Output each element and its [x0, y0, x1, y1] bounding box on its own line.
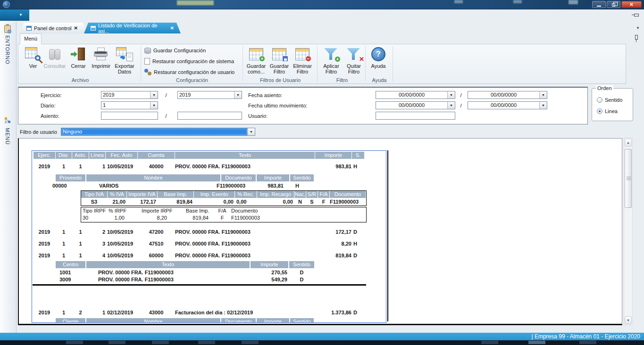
dropdown-arrow-icon[interactable]: ▼	[447, 102, 455, 109]
consultar-button[interactable]: Consultar	[43, 46, 67, 76]
ver-icon	[25, 46, 41, 63]
range-separator: /	[163, 91, 169, 99]
dropdown-arrow-icon[interactable]: ▼	[150, 102, 158, 109]
tab-panel-de-control[interactable]: Panel de control ✕	[20, 23, 87, 33]
dropdown-arrow-icon[interactable]: ▼	[539, 91, 547, 99]
eliminar-filtro-button[interactable]: − Eliminar Filtro	[291, 46, 314, 76]
help-icon: ?	[371, 46, 385, 63]
group-label-filtros-usuario: Filtros de Usuario	[244, 77, 316, 83]
dock-pin-icon[interactable]	[634, 14, 639, 16]
up-arrow-icon: ▲	[627, 141, 630, 144]
iva-header-row: Tipo IVA% IVA Importe IVABase Imp. Imp. …	[81, 191, 366, 198]
scroll-down-button[interactable]: ▼	[625, 316, 632, 324]
section-divider	[33, 284, 366, 286]
fecha-asiento-label: Fecha asiento:	[248, 91, 282, 99]
orden-option-linea[interactable]: Linea	[597, 108, 618, 115]
diario-select[interactable]: 1 ▼	[101, 101, 158, 109]
quitar-filtro-button[interactable]: ✕ Quitar Filtro	[342, 46, 366, 76]
asiento-to-input[interactable]	[177, 112, 242, 120]
dropdown-arrow-icon[interactable]: ▼	[150, 91, 158, 99]
minimize-button[interactable]	[592, 1, 606, 8]
ver-button[interactable]: Ver	[21, 46, 45, 76]
asiento-from-input[interactable]	[101, 112, 158, 120]
titlebar-artifact	[569, 0, 578, 4]
restaurar-config-usuario-button[interactable]: Restaurar configuración de usuario	[144, 68, 234, 76]
radio-icon[interactable]	[597, 108, 602, 114]
close-tab-icon[interactable]: ✕	[74, 25, 78, 31]
scrollbar-thumb[interactable]	[625, 149, 632, 208]
guardar-filtro-button[interactable]: Guardar Filtro	[268, 46, 291, 76]
dropdown-arrow-icon[interactable]: ▼	[247, 128, 255, 135]
guardar-configuracion-button[interactable]: Guardar Configuración	[144, 47, 206, 54]
taskbar-item	[109, 341, 125, 344]
cerrar-button[interactable]: Cerrar	[67, 46, 90, 76]
group-label-configuracion: Configuración	[142, 77, 242, 83]
irpf-header-row: Tipo IRPF% IRPF Importe IRPF Base Imp. F…	[81, 207, 366, 214]
funnel-add-icon: +	[324, 46, 338, 63]
taskbar-item	[481, 341, 498, 344]
iva-row: S321,00 172,17819,84 0,000,00 0,00N SF F…	[81, 198, 366, 205]
fecha-ultimo-from-select[interactable]: 00/00/0000 ▼	[376, 101, 455, 109]
menu-org-icon	[4, 117, 11, 124]
restore-button[interactable]	[607, 1, 620, 8]
taskbar-item	[152, 341, 169, 344]
radio-icon[interactable]	[597, 97, 602, 103]
table-row: 20191 13 10/05/201947510 PROV. 00000 FRA…	[33, 241, 365, 247]
dropdown-arrow-icon[interactable]: ▼	[539, 102, 547, 109]
entorno-clipboard-icon	[4, 25, 11, 33]
ribbon-tab-menu[interactable]: Menú	[20, 33, 42, 44]
exportar-datos-button[interactable]: Exportar Datos	[113, 46, 136, 76]
imprimir-button[interactable]: Imprimir	[89, 46, 113, 76]
scroll-up-button[interactable]: ▲	[625, 139, 632, 147]
group-label-filtro: Filtro	[319, 77, 365, 83]
document-tabstrip: Panel de control ✕ Listado de Verificaci…	[17, 22, 644, 33]
group-label-ayuda: Ayuda	[367, 77, 392, 83]
irpf-subtable: Tipo IRPF% IRPF Importe IRPF Base Imp. F…	[81, 207, 367, 222]
orden-option-sentido[interactable]: Sentido	[597, 97, 622, 103]
fecha-asiento-to-select[interactable]: 00/00/0000 ▼	[468, 91, 547, 99]
table-remove-icon: −	[295, 46, 309, 63]
ribbon-pin-icon[interactable]	[635, 35, 638, 40]
report-area: Ejerc.Diar. Asto.Línea Fec. AstoCuenta T…	[18, 138, 622, 325]
range-separator: /	[458, 91, 464, 99]
binoculars-icon	[49, 46, 61, 63]
tab-listado-verificacion[interactable]: Listado de Verificacion de asi... ✕	[84, 23, 181, 33]
asiento-label: Asiento:	[41, 112, 59, 120]
filter-panel: Ejercicio: 2019 ▼ / 2019 ▼ Diario: 1 ▼ A…	[18, 87, 588, 124]
restaurar-config-sistema-button[interactable]: Restaurar configuración de sistema	[144, 58, 234, 65]
users-icon	[144, 69, 151, 75]
guardar-como-button[interactable]: + Guardar como...	[244, 46, 268, 76]
window-controls: ✕	[592, 1, 642, 8]
fecha-ultimo-to-select[interactable]: 00/00/0000 ▼	[468, 101, 547, 109]
fecha-asiento-from-select[interactable]: 00/00/0000 ▼	[376, 91, 455, 99]
tabstrip-overflow-icon[interactable]: ▼	[636, 26, 640, 30]
close-button[interactable]: ✕	[621, 1, 642, 8]
quick-access-toolbar[interactable]: ▼	[0, 9, 29, 21]
status-bar: | Empresa 99 - Almacén 01 - Ejercicio 20…	[0, 333, 644, 340]
ayuda-button[interactable]: ? Ayuda	[367, 46, 390, 76]
document-restore-icon	[144, 58, 150, 65]
orden-legend: Orden	[596, 85, 613, 91]
sidebar-item-entorno[interactable]: ENTORNO	[5, 35, 10, 65]
ejercicio-label: Ejercicio:	[41, 91, 62, 99]
aplicar-filtro-button[interactable]: + Aplicar Filtro	[319, 46, 343, 76]
filtro-usuario-select[interactable]: Ninguno ▼	[61, 128, 255, 136]
restore-icon	[612, 3, 615, 7]
sidebar: ENTORNO MENÚ	[0, 21, 17, 333]
irpf-row: 301,00 8,20 819,84 FF119000003	[81, 214, 366, 222]
close-tab-icon[interactable]: ✕	[170, 25, 174, 31]
table-row: 20191 14 10/05/201960000 PROV. 00000 FRA…	[33, 253, 365, 259]
ejercicio-from-select[interactable]: 2019 ▼	[101, 91, 158, 99]
vertical-scrollbar[interactable]: ▲ ▼	[624, 138, 633, 325]
titlebar-artifact	[513, 0, 522, 3]
group-divider	[243, 46, 243, 82]
usuario-input[interactable]	[376, 112, 455, 120]
ejercicio-to-select[interactable]: 2019 ▼	[177, 91, 242, 99]
filtro-usuario-label: Filtro de usuario	[20, 128, 57, 136]
dropdown-arrow-icon[interactable]: ▼	[234, 91, 242, 99]
dropdown-arrow-icon[interactable]: ▼	[447, 91, 455, 99]
chevron-down-icon: ▼	[19, 13, 23, 17]
sidebar-item-menu[interactable]: MENÚ	[5, 128, 10, 145]
down-arrow-icon: ▼	[627, 319, 630, 322]
window-icon	[91, 26, 96, 31]
